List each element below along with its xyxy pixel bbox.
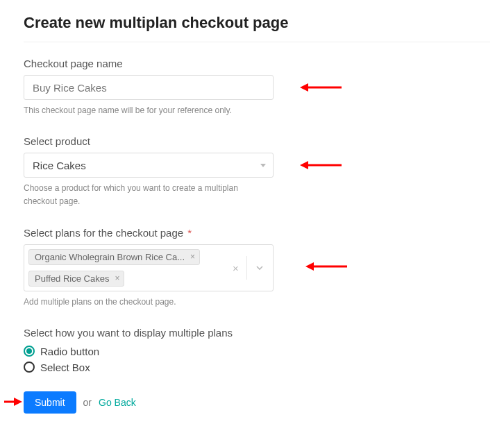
select-plans-label-text: Select plans for the checkout page <box>24 227 183 239</box>
radio-indicator-icon <box>24 346 35 357</box>
annotation-arrow-icon <box>305 262 347 271</box>
checkout-name-group: Checkout page name This checkout page na… <box>24 58 490 117</box>
selected-plan-tags: Organic Wholegrain Brown Rice Ca... × Pu… <box>24 245 246 291</box>
select-product-group: Select product Rice Cakes Choose a produ… <box>24 135 490 208</box>
required-asterisk: * <box>187 227 192 239</box>
display-mode-group: Select how you want to display multiple … <box>24 327 490 373</box>
checkout-name-label: Checkout page name <box>24 58 490 69</box>
radio-option-radio-button[interactable]: Radio button <box>24 346 490 357</box>
plan-tag-label: Organic Wholegrain Brown Rice Ca... <box>35 252 185 262</box>
divider <box>24 42 490 42</box>
select-plans-label: Select plans for the checkout page * <box>24 227 490 239</box>
clear-all-icon[interactable]: × <box>233 262 239 273</box>
annotation-arrow-icon <box>300 160 342 170</box>
select-plans-help: Add multiple plans on the checkout page. <box>24 296 274 309</box>
page-title: Create new multiplan checkout page <box>24 14 490 32</box>
svg-marker-1 <box>300 83 308 92</box>
svg-marker-5 <box>305 262 314 271</box>
caret-down-icon <box>260 164 266 167</box>
display-mode-label: Select how you want to display multiple … <box>24 327 490 339</box>
select-plans-group: Select plans for the checkout page * Org… <box>24 227 490 309</box>
select-product-dropdown[interactable]: Rice Cakes <box>24 153 274 178</box>
remove-tag-icon[interactable]: × <box>115 273 119 283</box>
form-actions: Submit or Go Back <box>24 391 490 414</box>
radio-option-select-box[interactable]: Select Box <box>24 362 490 373</box>
chevron-down-icon[interactable] <box>255 263 264 273</box>
plan-tag-label: Puffed Rice Cakes <box>35 273 109 284</box>
checkout-name-help: This checkout page name will be for your… <box>24 104 274 117</box>
radio-indicator-icon <box>24 362 35 373</box>
go-back-link[interactable]: Go Back <box>99 397 136 408</box>
display-mode-radio-group: Radio button Select Box <box>24 346 490 373</box>
checkout-name-input[interactable] <box>24 75 274 100</box>
select-plans-multiselect[interactable]: Organic Wholegrain Brown Rice Ca... × Pu… <box>24 244 274 291</box>
svg-marker-7 <box>14 398 22 406</box>
annotation-arrow-icon <box>4 397 22 407</box>
select-product-value: Rice Cakes <box>33 160 86 171</box>
remove-tag-icon[interactable]: × <box>190 252 195 262</box>
plan-tag: Puffed Rice Cakes × <box>28 271 124 287</box>
annotation-arrow-icon <box>300 83 342 92</box>
or-text: or <box>83 397 92 408</box>
submit-button[interactable]: Submit <box>24 391 76 414</box>
select-product-help: Choose a product for which you want to c… <box>24 182 274 208</box>
svg-marker-3 <box>300 161 308 169</box>
plan-tag: Organic Wholegrain Brown Rice Ca... × <box>28 249 200 265</box>
radio-option-label: Select Box <box>40 362 90 373</box>
radio-option-label: Radio button <box>40 346 99 357</box>
select-product-label: Select product <box>24 135 490 147</box>
